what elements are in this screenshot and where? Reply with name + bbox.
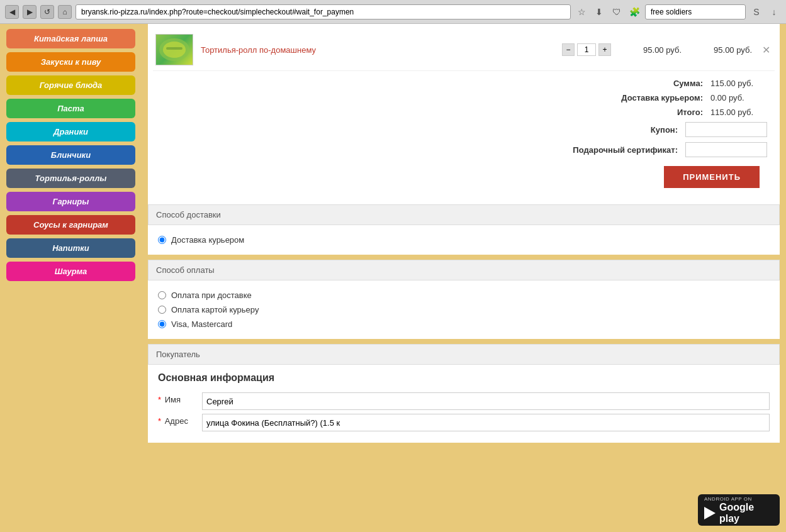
sidebar-item-sauces[interactable]: Соусы к гарнирам: [6, 215, 135, 235]
gift-input[interactable]: [685, 142, 767, 157]
address-required-star: *: [158, 416, 161, 426]
address-form-row: * Адрес: [158, 414, 770, 431]
delivery-label: Доставка курьером:: [621, 93, 703, 103]
item-name: Тортилья-ролл по-домашнему: [201, 45, 316, 55]
qty-decrease-button[interactable]: −: [562, 43, 575, 56]
google-play-main: Google play: [704, 502, 773, 524]
sidebar: Китайская лапша Закуски к пиву Горячие б…: [0, 24, 142, 532]
payment-section: Оплата при доставке Оплата картой курьер…: [148, 280, 780, 339]
download-icon[interactable]: ⬇: [592, 5, 606, 19]
total-label: Итого:: [677, 108, 703, 117]
address-field[interactable]: [202, 414, 770, 431]
summary-total-row: Итого: 115.00 руб.: [160, 105, 767, 119]
coupon-row: Купон:: [160, 119, 767, 140]
payment-option-visa-mc: Visa, Mastercard: [158, 317, 770, 331]
payment-option-card-courier-label: Оплата картой курьеру: [171, 305, 259, 314]
shield-icon[interactable]: 🛡: [610, 5, 624, 19]
payment-section-header: Способ оплаты: [148, 260, 780, 280]
table-row: Тортилья-ролл по-домашнему − + 95.00 руб…: [153, 29, 775, 71]
summary-delivery-row: Доставка курьером: 0.00 руб.: [160, 91, 767, 105]
page-layout: Китайская лапша Закуски к пиву Горячие б…: [0, 24, 786, 532]
play-triangle-icon: [704, 507, 716, 519]
extensions-icon[interactable]: 🧩: [627, 5, 641, 19]
delivery-value: 0.00 руб.: [710, 93, 767, 103]
item-remove-button[interactable]: ✕: [760, 44, 772, 56]
buyer-section-wrapper: Покупатель Основная информация * Имя * А…: [148, 344, 780, 443]
main-content: Тортилья-ролл по-домашнему − + 95.00 руб…: [142, 24, 786, 532]
subtotal-label: Сумма:: [673, 79, 703, 88]
name-field[interactable]: [202, 392, 770, 410]
item-link[interactable]: Тортилья-ролл по-домашнему: [201, 45, 316, 55]
forward-button[interactable]: ▶: [23, 5, 36, 19]
coupon-label: Купон:: [651, 125, 678, 135]
sidebar-item-draniki[interactable]: Драники: [6, 122, 135, 141]
toolbar-icon-1[interactable]: S: [750, 5, 763, 19]
address-label: * Адрес: [158, 414, 196, 426]
sidebar-item-garniry[interactable]: Гарниры: [6, 192, 135, 211]
delivery-section-wrapper: Способ доставки Доставка курьером: [148, 204, 780, 255]
gift-row: Подарочный сертификат:: [160, 140, 767, 160]
order-items-area: Тортилья-ролл по-домашнему − + 95.00 руб…: [148, 24, 780, 204]
qty-input[interactable]: [577, 43, 596, 56]
buyer-section: Основная информация * Имя * Адрес: [148, 365, 780, 443]
reload-button[interactable]: ↺: [40, 5, 54, 19]
name-form-row: * Имя: [158, 392, 770, 410]
item-image: [155, 34, 193, 65]
payment-radio-cash[interactable]: [158, 291, 166, 299]
gift-label: Подарочный сертификат:: [573, 145, 678, 155]
google-play-badge[interactable]: ANDROID APP ON Google play: [698, 494, 780, 526]
delivery-option-courier: Доставка курьером: [158, 233, 770, 247]
browser-chrome: ◀ ▶ ↺ ⌂ ☆ ⬇ 🛡 🧩 S ↓: [0, 0, 786, 24]
url-bar[interactable]: [76, 4, 571, 19]
sidebar-item-chinese-noodles[interactable]: Китайская лапша: [6, 29, 135, 48]
bookmark-icon[interactable]: ☆: [575, 5, 588, 19]
sidebar-item-tortilla-rolls[interactable]: Тортилья-роллы: [6, 169, 135, 188]
qty-increase-button[interactable]: +: [598, 43, 611, 56]
item-qty-control: − +: [562, 43, 611, 56]
google-play-top-text: ANDROID APP ON: [704, 496, 752, 502]
payment-radio-visa-mc[interactable]: [158, 320, 166, 328]
buyer-form-title: Основная информация: [158, 372, 770, 384]
item-total-price: 95.00 руб.: [689, 45, 752, 55]
google-play-label: Google play: [719, 502, 773, 524]
payment-option-cash: Оплата при доставке: [158, 288, 770, 302]
delivery-section: Доставка курьером: [148, 225, 780, 255]
back-button[interactable]: ◀: [5, 5, 19, 19]
name-required-star: *: [158, 395, 161, 404]
sidebar-item-hot-dishes[interactable]: Горячие блюда: [6, 75, 135, 95]
home-button[interactable]: ⌂: [58, 5, 72, 19]
payment-option-visa-mc-label: Visa, Mastercard: [171, 319, 232, 329]
delivery-option-courier-label: Доставка курьером: [171, 235, 244, 245]
item-unit-price: 95.00 руб.: [619, 45, 682, 55]
summary-subtotal-row: Сумма: 115.00 руб.: [160, 76, 767, 91]
payment-option-card-courier: Оплата картой курьеру: [158, 302, 770, 317]
sidebar-item-drinks[interactable]: Напитки: [6, 238, 135, 258]
summary-section: Сумма: 115.00 руб. Доставка курьером: 0.…: [153, 71, 775, 199]
search-bar[interactable]: [645, 4, 746, 19]
sidebar-item-beer-snacks[interactable]: Закуски к пиву: [6, 52, 135, 72]
buyer-section-header: Покупатель: [148, 344, 780, 365]
total-value: 115.00 руб.: [710, 108, 767, 117]
sidebar-item-shawarma[interactable]: Шаурма: [6, 262, 135, 281]
toolbar-icon-2[interactable]: ↓: [767, 5, 781, 19]
sidebar-item-pasta[interactable]: Паста: [6, 99, 135, 118]
payment-option-cash-label: Оплата при доставке: [171, 291, 252, 300]
apply-button[interactable]: ПРИМЕНИТЬ: [664, 166, 760, 188]
svg-rect-2: [166, 47, 182, 50]
name-label: * Имя: [158, 392, 196, 404]
delivery-section-header: Способ доставки: [148, 204, 780, 225]
coupon-input[interactable]: [685, 122, 767, 137]
payment-section-wrapper: Способ оплаты Оплата при доставке Оплата…: [148, 260, 780, 339]
subtotal-value: 115.00 руб.: [710, 79, 767, 88]
sidebar-item-bliny[interactable]: Блинчики: [6, 145, 135, 165]
payment-radio-card-courier[interactable]: [158, 306, 166, 314]
delivery-radio-courier[interactable]: [158, 236, 166, 244]
